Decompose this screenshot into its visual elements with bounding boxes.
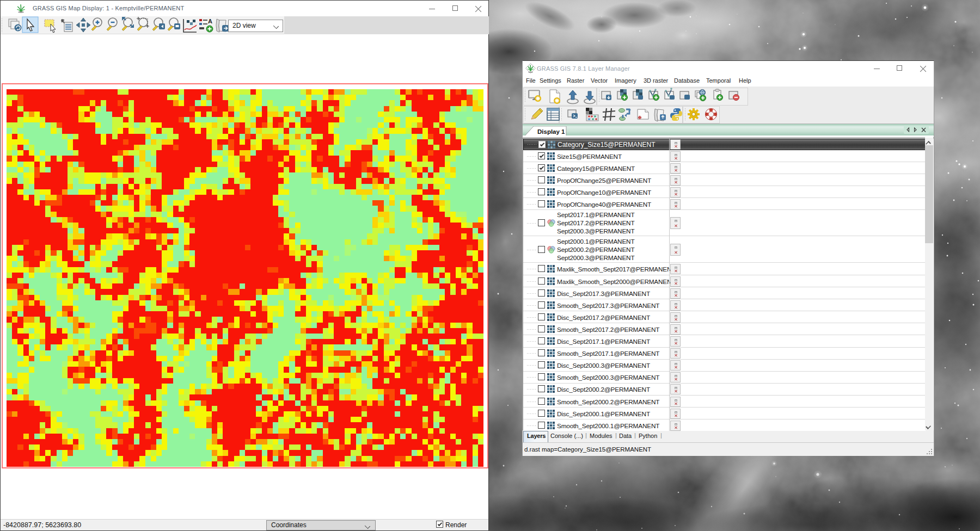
svg-text:A: A [208,18,212,24]
